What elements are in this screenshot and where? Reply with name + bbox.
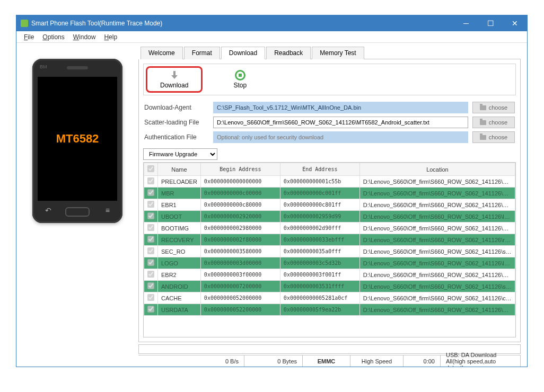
- header-checkbox[interactable]: [147, 165, 154, 172]
- table-row[interactable]: LOGO0x0000000003d000000x0000000003c5d32b…: [144, 257, 515, 269]
- table-row[interactable]: ANDROID0x00000000072000000x0000000003531…: [144, 281, 515, 292]
- titlebar: Smart Phone Flash Tool(Runtime Trace Mod…: [16, 15, 527, 31]
- table-row[interactable]: EBR10x0000000000c800000x0000000000c801ff…: [144, 199, 515, 211]
- row-checkbox[interactable]: [147, 259, 154, 266]
- row-location: D:\Lenovo_S660\Off_firm\S660_ROW_S062_14…: [359, 281, 515, 292]
- row-begin: 0x0000000000000000: [200, 176, 280, 188]
- tab-download[interactable]: Download: [221, 47, 265, 59]
- tab-memory-test[interactable]: Memory Test: [312, 47, 364, 59]
- folder-icon: [480, 135, 486, 140]
- row-checkbox[interactable]: [147, 247, 154, 254]
- row-begin: 0x0000000002920000: [200, 211, 280, 222]
- row-name: EBR1: [158, 199, 201, 211]
- table-row[interactable]: MBR0x0000000000c000000x0000000000c001ffD…: [144, 188, 515, 199]
- status-bar: 0 B/s 0 Bytes EMMC High Speed 0:00 USB: …: [138, 355, 521, 367]
- row-end: 0x000000000033ebfff: [280, 234, 359, 246]
- menu-file[interactable]: File: [21, 32, 37, 42]
- row-end: 0x00000000035a0fff: [280, 246, 359, 257]
- table-row[interactable]: CACHE0x00000000520000000x00000000005281a…: [144, 292, 515, 304]
- row-begin: 0x0000000052000000: [200, 292, 280, 304]
- row-checkbox[interactable]: [147, 306, 154, 313]
- minimize-button[interactable]: ─: [454, 15, 478, 31]
- row-checkbox[interactable]: [147, 212, 154, 219]
- firmware-mode-dropdown[interactable]: Firmware Upgrade: [143, 148, 217, 160]
- download-agent-field[interactable]: [213, 102, 468, 113]
- status-time: 0:00: [403, 355, 441, 367]
- menubar: File Options Window Help: [16, 31, 527, 43]
- phone-home-button: [65, 207, 90, 217]
- row-location: D:\Lenovo_S660\Off_firm\S660_ROW_S062_14…: [359, 199, 515, 211]
- download-button[interactable]: Download: [146, 66, 203, 93]
- phone-screen: MT6582: [38, 77, 117, 201]
- folder-icon: [480, 105, 486, 110]
- row-checkbox[interactable]: [147, 236, 154, 243]
- close-button[interactable]: ✕: [503, 15, 527, 31]
- row-end: 0x00000000005281a0cf: [280, 292, 359, 304]
- col-end: End Address: [280, 163, 359, 176]
- row-checkbox[interactable]: [147, 282, 154, 289]
- row-location: D:\Lenovo_S660\Off_firm\S660_ROW_S062_14…: [359, 292, 515, 304]
- row-begin: 0x0000000002980000: [200, 222, 280, 234]
- row-checkbox[interactable]: [147, 177, 154, 184]
- row-checkbox[interactable]: [147, 224, 154, 231]
- row-end: 0x0000000002d90fff: [280, 222, 359, 234]
- table-row[interactable]: PRELOADER0x00000000000000000x00000000000…: [144, 176, 515, 188]
- row-end: 0x0000000000c801ff: [280, 199, 359, 211]
- menu-options[interactable]: Options: [39, 32, 67, 42]
- download-arrow-icon: [169, 70, 180, 81]
- row-name: UBOOT: [158, 211, 201, 222]
- choose-auth-button[interactable]: choose: [472, 131, 515, 143]
- col-begin: Begin Address: [200, 163, 280, 176]
- row-name: SEC_RO: [158, 246, 201, 257]
- table-row[interactable]: USRDATA0x00000000522000000x000000005f9ea…: [144, 304, 515, 316]
- row-name: ANDROID: [158, 281, 201, 292]
- menu-window[interactable]: Window: [70, 32, 99, 42]
- download-tab-content: Download Stop Download-Agent choose Scat…: [138, 59, 521, 342]
- row-begin: 0x0000000000c00000: [200, 188, 280, 199]
- scatter-file-field[interactable]: [213, 117, 468, 128]
- phone-speaker: [67, 66, 88, 69]
- row-begin: 0x0000000052200000: [200, 304, 280, 316]
- action-toolbar: Download Stop: [143, 64, 516, 95]
- status-speed: 0 B/s: [138, 355, 244, 367]
- row-begin: 0x0000000007200000: [200, 281, 280, 292]
- row-location: D:\Lenovo_S660\Off_firm\S660_ROW_S062_14…: [359, 176, 515, 188]
- row-checkbox[interactable]: [147, 294, 154, 301]
- app-icon: [21, 20, 28, 27]
- download-agent-label: Download-Agent: [144, 104, 209, 111]
- table-row[interactable]: RECOVERY0x0000000002f800000x000000000033…: [144, 234, 515, 246]
- tab-strip: Welcome Format Download Readback Memory …: [141, 46, 521, 59]
- partition-table[interactable]: Name Begin Address End Address Location …: [143, 162, 516, 337]
- choose-scatter-button[interactable]: choose: [472, 117, 515, 128]
- phone-preview-panel: BM MT6582 ↶ ≡: [16, 43, 138, 367]
- phone-brand: BM: [40, 64, 47, 69]
- tab-welcome[interactable]: Welcome: [141, 47, 183, 59]
- stop-button[interactable]: Stop: [224, 69, 256, 90]
- row-checkbox[interactable]: [147, 201, 154, 208]
- status-mode: High Speed: [350, 355, 403, 367]
- table-row[interactable]: EBR20x0000000003f000000x0000000003f001ff…: [144, 269, 515, 281]
- row-end: 0x0000000002959d99: [280, 211, 359, 222]
- auth-file-field[interactable]: [213, 131, 468, 143]
- table-row[interactable]: UBOOT0x00000000029200000x0000000002959d9…: [144, 211, 515, 222]
- status-bytes: 0 Bytes: [244, 355, 303, 367]
- row-end: 0x0000000000c001ff: [280, 188, 359, 199]
- col-name: Name: [158, 163, 201, 176]
- row-begin: 0x0000000003f00000: [200, 269, 280, 281]
- row-begin: 0x0000000003580000: [200, 246, 280, 257]
- row-checkbox[interactable]: [147, 189, 154, 196]
- row-location: D:\Lenovo_S660\Off_firm\S660_ROW_S062_14…: [359, 234, 515, 246]
- menu-help[interactable]: Help: [101, 32, 120, 42]
- scatter-file-label: Scatter-loading File: [144, 119, 209, 126]
- row-location: D:\Lenovo_S660\Off_firm\S660_ROW_S062_14…: [359, 269, 515, 281]
- tab-readback[interactable]: Readback: [266, 47, 311, 59]
- row-checkbox[interactable]: [147, 271, 154, 278]
- table-row[interactable]: SEC_RO0x00000000035800000x00000000035a0f…: [144, 246, 515, 257]
- row-name: PRELOADER: [158, 176, 201, 188]
- maximize-button[interactable]: ☐: [478, 15, 503, 31]
- auth-file-label: Authentication File: [144, 133, 209, 141]
- choose-da-button[interactable]: choose: [472, 102, 515, 113]
- row-location: D:\Lenovo_S660\Off_firm\S660_ROW_S062_14…: [359, 188, 515, 199]
- tab-format[interactable]: Format: [184, 47, 220, 59]
- table-row[interactable]: BOOTIMG0x00000000029800000x0000000002d90…: [144, 222, 515, 234]
